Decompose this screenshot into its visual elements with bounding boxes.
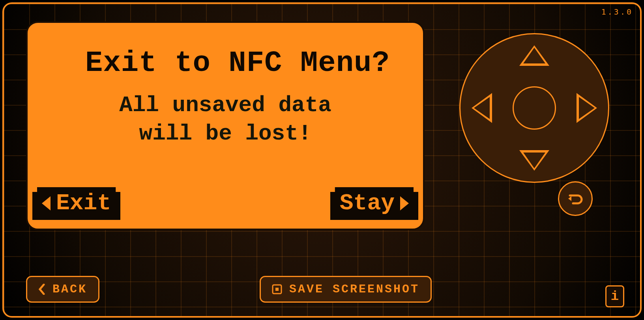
exit-button[interactable]: Exit (32, 187, 120, 220)
back-button-label: BACK (52, 283, 87, 296)
exit-confirm-dialog: Exit to NFC Menu? All unsaved data will … (26, 21, 425, 230)
save-screenshot-button[interactable]: SAVE SCREENSHOT (260, 276, 432, 303)
undo-icon (566, 189, 585, 208)
app-frame: 1.3.0 Exit to NFC Menu? All unsaved data… (2, 2, 642, 318)
dpad-right-button[interactable] (577, 93, 597, 123)
svg-rect-1 (275, 288, 279, 291)
back-button[interactable]: BACK (26, 276, 99, 303)
save-icon (272, 284, 282, 294)
save-screenshot-label: SAVE SCREENSHOT (289, 283, 419, 296)
version-label: 1.3.0 (601, 7, 633, 17)
undo-button[interactable] (558, 181, 593, 216)
stay-button-label: Stay (340, 190, 395, 216)
dpad (459, 33, 609, 183)
stay-button[interactable]: Stay (330, 187, 418, 220)
exit-button-label: Exit (56, 190, 111, 216)
dpad-down-button[interactable] (519, 150, 549, 171)
triangle-left-icon (42, 196, 51, 210)
dpad-up-button[interactable] (519, 45, 549, 66)
dpad-center-button[interactable] (513, 86, 556, 130)
chevron-left-icon (38, 284, 45, 295)
dialog-line-2: will be lost! (139, 121, 312, 146)
dialog-title: Exit to NFC Menu? (85, 47, 409, 80)
info-icon: i (611, 289, 619, 304)
triangle-right-icon (400, 196, 409, 210)
dpad-left-button[interactable] (472, 93, 492, 123)
dialog-line-1: All unsaved data (119, 93, 331, 118)
info-button[interactable]: i (605, 285, 624, 307)
